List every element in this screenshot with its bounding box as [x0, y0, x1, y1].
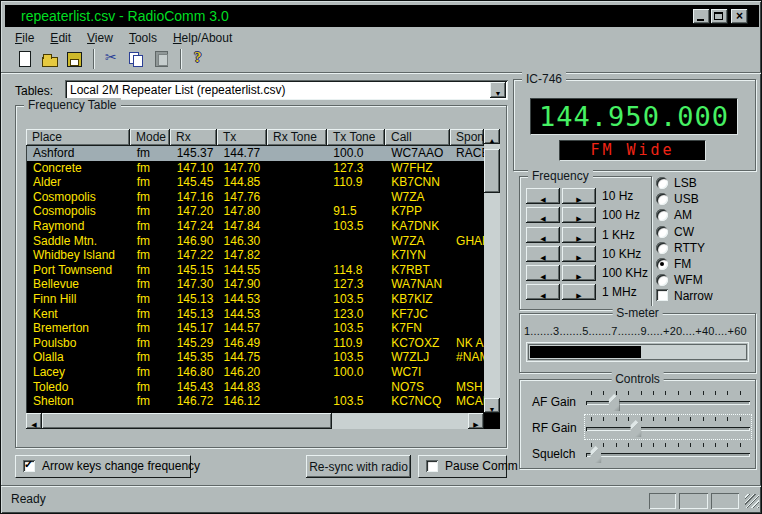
freq-step-up-1-mhz-button[interactable]: ▶ [562, 284, 596, 300]
table-row[interactable]: Kentfm145.13144.53123.0KF7JC [27, 307, 484, 322]
slider-thumb[interactable] [590, 446, 601, 463]
table-row[interactable]: Concretefm147.10147.70127.3W7FHZ [27, 161, 484, 176]
mode-radio-am[interactable]: AM [656, 207, 756, 223]
scroll-up-button[interactable]: ▲ [484, 129, 500, 144]
rf-gain-slider[interactable] [584, 414, 752, 440]
table-row[interactable]: Finn Hillfm145.13144.53103.5KB7KIZ [27, 292, 484, 307]
freq-step-down-1-mhz-button[interactable]: ◀ [526, 284, 560, 300]
table-cell: W7FHZ [385, 161, 450, 176]
freq-step-down-100-khz-button[interactable]: ◀ [526, 265, 560, 281]
freq-step-up-1-khz-button[interactable]: ▶ [562, 227, 596, 243]
scroll-right-button[interactable]: ▶ [468, 413, 484, 429]
minimize-button[interactable] [693, 9, 710, 24]
open-folder-button[interactable] [38, 48, 62, 71]
table-cell: 103.5 [327, 219, 385, 234]
freq-step-up-100-khz-button[interactable]: ▶ [562, 265, 596, 281]
table-cell: 147.90 [218, 277, 268, 292]
table-row[interactable]: Toledofm145.43144.83NO7SMSH R [27, 380, 484, 395]
menu-help-about[interactable]: Help/About [165, 29, 240, 45]
menu-file[interactable]: File [7, 29, 42, 45]
table-cell: fm [131, 146, 171, 161]
arrow-keys-checkbox[interactable] [23, 460, 35, 472]
narrow-checkbox-row[interactable]: Narrow [656, 289, 756, 305]
new-document-button[interactable] [13, 48, 37, 71]
mode-label: CW [674, 225, 694, 239]
squelch-slider[interactable] [584, 440, 752, 466]
left-arrow-icon: ◀ [540, 231, 545, 246]
freq-step-down-1-khz-button[interactable]: ◀ [526, 227, 560, 243]
table-cell: Toledo [27, 380, 131, 395]
scroll-down-button[interactable]: ▼ [484, 398, 500, 413]
mode-radio-cw[interactable]: CW [656, 224, 756, 240]
table-row[interactable]: Raymondfm147.24147.84103.5KA7DNK [27, 219, 484, 234]
table-row[interactable]: Sheltonfm146.72146.12103.5KC7NCQMCAR [27, 394, 484, 409]
table-row[interactable]: Alderfm145.45144.85110.9KB7CNN [27, 175, 484, 190]
freq-step-up-10-hz-button[interactable]: ▶ [562, 188, 596, 204]
menu-edit[interactable]: Edit [42, 29, 79, 45]
mode-radio-lsb[interactable]: LSB [656, 175, 756, 191]
tables-combobox[interactable]: Local 2M Repeater List (repeaterlist.csv… [65, 80, 508, 100]
menu-tools[interactable]: Tools [121, 29, 165, 45]
vertical-scroll-thumb[interactable] [484, 149, 500, 193]
table-row[interactable]: Laceyfm146.80146.20100.0WC7I [27, 365, 484, 380]
table-row[interactable]: Ashfordfm145.37144.77100.0WC7AAORACES [27, 146, 484, 161]
table-row[interactable]: Bremertonfm145.17144.57103.5K7FN [27, 321, 484, 336]
slider-thumb[interactable] [609, 394, 620, 411]
column-header-place[interactable]: Place [26, 129, 130, 146]
mode-radio-wfm[interactable]: WFM [656, 272, 756, 288]
resync-button[interactable]: Re-sync with radio [306, 455, 411, 478]
combo-dropdown-button[interactable]: ▼ [490, 82, 506, 98]
horizontal-scrollbar[interactable]: ◀ ▶ [26, 413, 484, 429]
column-header-mode[interactable]: Mode [130, 129, 170, 146]
table-row[interactable]: Whidbey Islandfm147.22147.82K7IYN [27, 248, 484, 263]
menu-view[interactable]: View [79, 29, 121, 45]
table-row[interactable]: Poulsbofm145.29146.49110.9KC7OXZNK AR [27, 336, 484, 351]
table-row[interactable]: Cosmopolisfm147.20147.8091.5K7PP [27, 204, 484, 219]
table-cell [267, 321, 327, 336]
table-row[interactable]: Cosmopolisfm147.16147.76W7ZA [27, 190, 484, 205]
table-row[interactable]: Saddle Mtn.fm146.90146.30W7ZAGHAR [27, 234, 484, 249]
mode-radio-rtty[interactable]: RTTY [656, 240, 756, 256]
freq-step-up-100-hz-button[interactable]: ▶ [562, 207, 596, 223]
frequency-display: 144.950.000 [530, 98, 738, 135]
af-gain-slider[interactable] [584, 388, 752, 414]
slider-thumb[interactable] [630, 420, 641, 437]
freq-step-down-100-hz-button[interactable]: ◀ [526, 207, 560, 223]
horizontal-scroll-thumb[interactable] [42, 413, 332, 429]
column-header-tx-tone[interactable]: Tx Tone [327, 129, 385, 146]
paste-button[interactable] [150, 48, 174, 71]
arrow-keys-option[interactable]: Arrow keys change frequency [15, 455, 191, 478]
table-cell: 147.84 [218, 219, 268, 234]
table-cell: fm [131, 263, 171, 278]
help-button[interactable] [187, 48, 211, 71]
narrow-checkbox[interactable] [656, 289, 668, 301]
maximize-button[interactable] [711, 9, 728, 24]
table-row[interactable]: Olallafm145.35144.75103.5W7ZLJ#NAM [27, 350, 484, 365]
mode-radio-usb[interactable]: USB [656, 191, 756, 207]
left-arrow-icon: ◀ [540, 269, 545, 284]
control-row: RF Gain [520, 414, 755, 440]
table-cell: W7ZA [385, 234, 450, 249]
resize-grip[interactable] [745, 494, 759, 508]
column-header-rx[interactable]: Rx [170, 129, 217, 146]
mode-radio-fm[interactable]: FM [656, 256, 756, 272]
column-header-tx[interactable]: Tx [217, 129, 267, 146]
cut-button[interactable] [100, 48, 124, 71]
table-row[interactable]: Port Townsendfm145.15144.55114.8K7RBT [27, 263, 484, 278]
close-button[interactable]: × [731, 9, 748, 24]
freq-step-down-10-hz-button[interactable]: ◀ [526, 188, 560, 204]
freq-step-down-10-khz-button[interactable]: ◀ [526, 246, 560, 262]
copy-button[interactable] [125, 48, 149, 71]
column-header-sponsor[interactable]: Sponsor [450, 129, 484, 146]
freq-step-label: 10 KHz [602, 247, 641, 261]
save-button[interactable] [63, 48, 87, 71]
column-header-call[interactable]: Call [385, 129, 450, 146]
column-header-rx-tone[interactable]: Rx Tone [267, 129, 327, 146]
frequency-step-row: ◀▶1 MHz [520, 283, 651, 302]
freq-step-up-10-khz-button[interactable]: ▶ [562, 246, 596, 262]
scroll-left-button[interactable]: ◀ [26, 413, 42, 429]
vertical-scrollbar[interactable]: ▲ ▼ [484, 129, 500, 413]
pause-comm-option[interactable]: Pause Comm [418, 455, 507, 478]
pause-comm-checkbox[interactable] [426, 460, 438, 472]
table-row[interactable]: Bellevuefm147.30147.90127.3WA7NAN [27, 277, 484, 292]
